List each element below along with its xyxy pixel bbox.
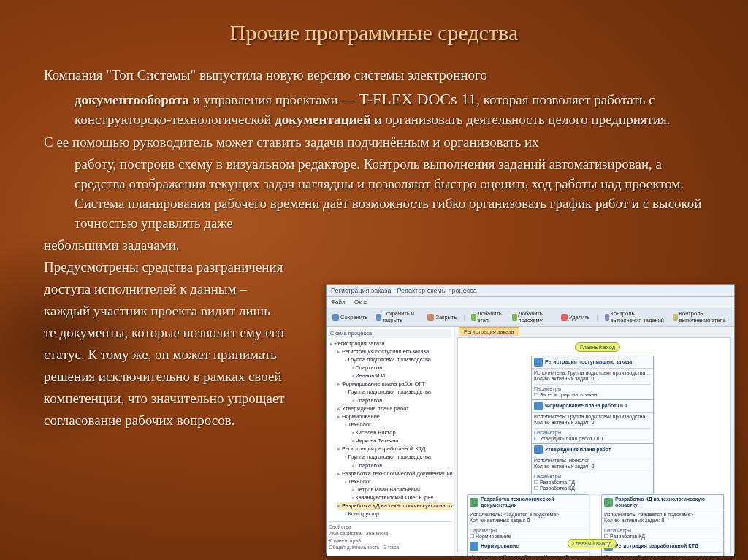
tree-item[interactable]: Петров Иван Васильевич — [352, 486, 451, 494]
paragraph-2: С ее помощью руководитель может ставить … — [44, 133, 704, 153]
flow-node-kd[interactable]: Разработка КД на технологическую оснастк… — [601, 494, 724, 542]
flow-node-regktd[interactable]: Регистрация разработанной КТД Исполнител… — [601, 540, 724, 556]
flow-node-approve[interactable]: Утверждение плана работ Исполнитель: Тех… — [531, 443, 654, 494]
tree-item[interactable]: Разработка технологической документации — [337, 469, 451, 477]
tree-item[interactable]: Группа подготовки производства — [345, 453, 451, 461]
body-text: Компания "Топ Системы" выпустила новую в… — [44, 66, 704, 431]
p1-mid: и управления проектами — — [189, 92, 359, 107]
slide-title: Прочие программные средства — [44, 20, 704, 45]
line-8: согласование рабочих вопросов. — [44, 411, 351, 431]
node-icon — [470, 542, 478, 551]
line-5: статус. К тому же, он может принимать — [44, 345, 351, 365]
line-1: Предусмотрены средства разграничения — [44, 258, 351, 277]
line-7: компетенции, что значительно упрощает — [44, 389, 351, 409]
tree-item-selected[interactable]: Разработка КД на технологическую оснастк… — [337, 502, 451, 510]
p1-bold2: документацией — [275, 112, 371, 127]
p2-text: С ее помощью руководитель может ставить … — [44, 134, 539, 150]
p1-bold1: документооборота — [75, 92, 189, 107]
exit-node[interactable]: Главный выход — [568, 539, 617, 548]
paragraph-2b: работу, построив схему в визуальном реда… — [44, 155, 704, 234]
tree-item[interactable]: Казанчувствитский Олег Юрье… — [352, 494, 451, 502]
product-name: T-FLEX DOCs 11 — [359, 90, 476, 108]
tree-item[interactable]: Спартаков — [352, 461, 451, 469]
flow-node-techdoc[interactable]: Разработка технологической документации … — [467, 494, 589, 542]
paragraph-1: Компания "Топ Системы" выпустила новую в… — [44, 66, 704, 85]
properties-panel: Свойства Имя свойства Значение Комментар… — [329, 521, 451, 551]
node-icon — [604, 498, 613, 507]
paragraph-1-cont: документооборота и управления проектами … — [44, 88, 704, 130]
p1-tail2: и организовать деятельность целого предп… — [371, 112, 671, 127]
left-column: небольшими задачами. Предусмотрены средс… — [44, 236, 351, 431]
p1-lead: Компания "Топ Системы" выпустила новую в… — [44, 67, 487, 83]
tree-item[interactable]: Конструктор — [345, 510, 451, 518]
comment-row: Комментарий — [329, 537, 451, 544]
properties-header: Свойства — [329, 523, 451, 530]
line-6: решения исключительно в рамках своей — [44, 367, 351, 387]
tree-item[interactable]: Технолог — [345, 477, 451, 486]
node-icon — [470, 498, 478, 507]
line-2: доступа исполнителей к данным – — [44, 280, 351, 299]
line-0: небольшими задачами. — [44, 236, 351, 256]
line-4: те документы, которые позволит ему его — [44, 323, 351, 343]
line-3: каждый участник проекта видит лишь — [44, 302, 351, 321]
